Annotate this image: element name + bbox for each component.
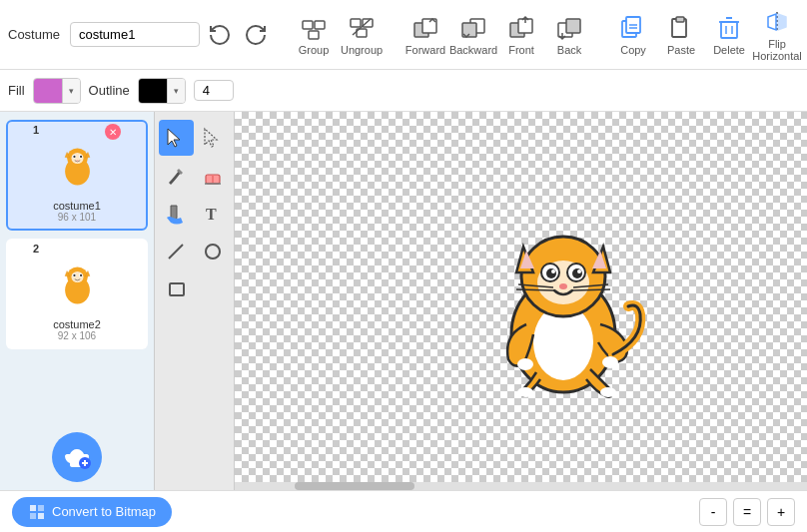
flip-h-icon <box>763 8 791 36</box>
svg-point-70 <box>572 268 582 278</box>
bottom-bar: Convert to Bitmap - = + <box>0 490 807 532</box>
copy-button[interactable]: Copy <box>611 10 655 60</box>
flip-horizontal-button[interactable]: Flip Horizontal <box>755 4 799 66</box>
svg-point-48 <box>79 273 81 275</box>
svg-line-56 <box>169 245 183 259</box>
svg-rect-0 <box>303 21 313 29</box>
zoom-reset-button[interactable]: = <box>733 498 761 526</box>
paste-icon <box>667 14 695 42</box>
svg-point-78 <box>517 358 533 370</box>
costume-label: Costume <box>8 27 60 42</box>
costume-size-label-2: 92 x 106 <box>58 330 96 341</box>
svg-point-47 <box>73 273 75 275</box>
svg-marker-30 <box>778 14 786 30</box>
costume-item-1[interactable]: 1 ✕ costume1 96 x 101 <box>6 120 148 231</box>
forward-button[interactable]: Forward <box>404 10 447 60</box>
rotate-left-button[interactable] <box>204 19 236 51</box>
zoom-in-button[interactable]: + <box>767 498 795 526</box>
fill-color-box <box>34 79 62 103</box>
canvas-background <box>235 112 807 490</box>
rectangle-tool-button[interactable] <box>159 271 195 307</box>
svg-point-71 <box>551 269 555 273</box>
group-icon <box>300 14 328 42</box>
main-area: 1 ✕ costume1 96 x 101 <box>0 112 807 490</box>
svg-point-73 <box>559 283 567 289</box>
fill-color-swatch[interactable]: ▾ <box>33 78 81 104</box>
svg-point-39 <box>73 155 75 157</box>
costumes-sidebar: 1 ✕ costume1 96 x 101 <box>0 112 155 490</box>
svg-rect-2 <box>309 31 319 39</box>
select-tool-button[interactable] <box>159 120 194 156</box>
freeform-select-tool-button[interactable] <box>196 120 231 156</box>
costume-name-input[interactable] <box>70 22 200 47</box>
svg-marker-29 <box>768 14 776 30</box>
convert-to-bitmap-button[interactable]: Convert to Bitmap <box>12 497 172 527</box>
costume-name-label-2: costume2 <box>53 318 101 330</box>
costume-num-2: 2 <box>33 243 39 255</box>
rotate-right-button[interactable] <box>240 19 272 51</box>
forward-icon <box>411 14 439 42</box>
delete-icon <box>715 14 743 42</box>
svg-point-81 <box>600 387 616 397</box>
outline-color-box <box>139 79 167 103</box>
text-tool-button[interactable]: T <box>196 196 231 232</box>
svg-rect-1 <box>315 21 325 29</box>
svg-point-57 <box>206 245 220 259</box>
tool-row-5 <box>159 271 230 307</box>
outline-color-swatch[interactable]: ▾ <box>138 78 186 104</box>
svg-rect-22 <box>676 17 684 22</box>
top-toolbar: Costume Group <box>0 0 807 70</box>
svg-point-44 <box>71 271 83 282</box>
backward-icon <box>459 14 487 42</box>
front-icon <box>507 14 535 42</box>
svg-rect-53 <box>212 175 214 184</box>
tool-row-4 <box>159 234 230 269</box>
group-button[interactable]: Group <box>292 10 336 60</box>
costume-thumb-1: 1 ✕ <box>37 128 117 198</box>
scrollbar-thumb <box>295 482 414 490</box>
eraser-tool-button[interactable] <box>196 158 231 194</box>
svg-rect-58 <box>170 283 184 295</box>
back-button[interactable]: Back <box>547 10 591 60</box>
svg-rect-84 <box>30 513 36 519</box>
costume-delete-1[interactable]: ✕ <box>105 124 121 140</box>
outline-label: Outline <box>89 83 130 98</box>
circle-tool-button[interactable] <box>196 234 231 269</box>
svg-point-79 <box>602 356 618 368</box>
cat-sprite <box>458 195 668 408</box>
add-costume-button[interactable] <box>52 432 102 482</box>
tool-row-2 <box>159 158 230 194</box>
ungroup-icon <box>348 14 376 42</box>
svg-line-75 <box>516 289 553 290</box>
tools-panel: T <box>155 112 235 490</box>
costume-size-label-1: 96 x 101 <box>58 212 96 223</box>
svg-line-77 <box>573 289 610 290</box>
canvas-area[interactable] <box>235 112 807 490</box>
svg-rect-85 <box>38 513 44 519</box>
fill-tool-button[interactable] <box>159 196 194 232</box>
back-icon <box>555 14 583 42</box>
costume-item-2[interactable]: 2 costume2 92 x 106 <box>6 239 148 349</box>
line-tool-button[interactable] <box>159 234 194 269</box>
fill-label: Fill <box>8 83 25 98</box>
front-button[interactable]: Front <box>499 10 543 60</box>
svg-point-36 <box>71 153 83 164</box>
delete-button[interactable]: Delete <box>707 10 751 60</box>
fill-color-arrow: ▾ <box>62 79 80 103</box>
tool-row-3: T <box>159 196 230 232</box>
flip-vertical-button[interactable]: Flip Vertical <box>803 4 807 66</box>
tool-row-1 <box>159 120 230 156</box>
outline-width-input[interactable] <box>194 80 234 101</box>
svg-rect-4 <box>363 19 373 27</box>
svg-rect-82 <box>30 505 36 511</box>
ungroup-button[interactable]: Ungroup <box>340 10 384 60</box>
zoom-out-button[interactable]: - <box>699 498 727 526</box>
svg-point-69 <box>546 268 556 278</box>
svg-point-41 <box>76 160 78 162</box>
brush-tool-button[interactable] <box>159 158 194 194</box>
backward-button[interactable]: Backward <box>451 10 495 60</box>
horizontal-scrollbar[interactable] <box>235 482 807 490</box>
copy-icon <box>619 14 647 42</box>
paste-button[interactable]: Paste <box>659 10 703 60</box>
costume-name-label-1: costume1 <box>53 200 101 212</box>
